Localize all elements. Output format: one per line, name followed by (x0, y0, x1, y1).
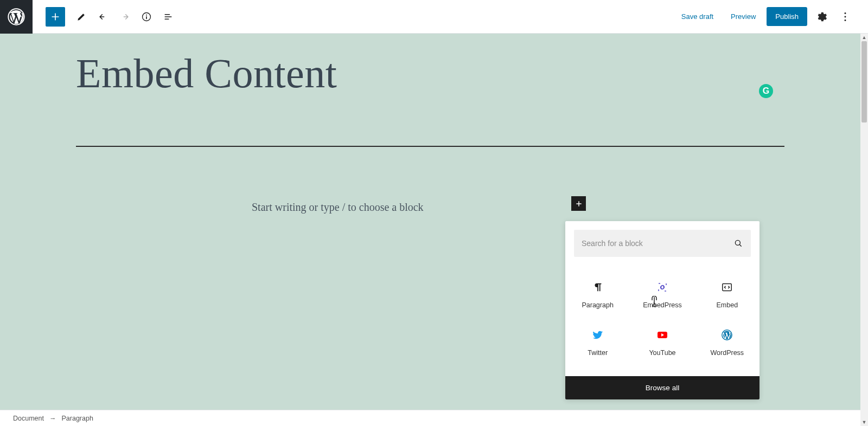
post-title[interactable]: Embed Content (76, 50, 784, 97)
svg-point-2 (146, 14, 147, 15)
scroll-up-arrow[interactable]: ▲ (860, 34, 868, 41)
redo-button[interactable] (115, 7, 135, 27)
undo-button[interactable] (93, 7, 113, 27)
twitter-icon (591, 328, 604, 341)
block-twitter[interactable]: Twitter (565, 319, 630, 366)
wordpress-logo-icon (8, 8, 25, 25)
block-label: Embed (717, 301, 738, 309)
edit-mode-button[interactable] (72, 7, 91, 27)
list-icon (163, 11, 174, 22)
block-label: Paragraph (582, 301, 613, 309)
title-separator (76, 146, 784, 147)
settings-button[interactable] (812, 7, 831, 27)
block-label: WordPress (711, 349, 744, 357)
preview-link[interactable]: Preview (724, 8, 762, 25)
plus-icon (575, 199, 583, 208)
editor-top-bar: Save draft Preview Publish (0, 0, 868, 34)
undo-icon (98, 11, 108, 22)
block-youtube[interactable]: YouTube (630, 319, 694, 366)
breadcrumb-current[interactable]: Paragraph (61, 415, 93, 422)
vertical-scrollbar[interactable]: ▲ ▼ (860, 34, 868, 426)
search-icon (733, 238, 743, 248)
svg-point-4 (845, 12, 846, 14)
block-search[interactable] (574, 230, 751, 257)
block-label: Twitter (588, 349, 608, 357)
info-icon (141, 11, 152, 22)
more-vertical-icon (839, 11, 851, 23)
embed-icon (720, 281, 733, 294)
block-embedpress[interactable]: EmbedPress (630, 271, 694, 319)
breadcrumb-root[interactable]: Document (13, 415, 44, 422)
block-inserter-popover: Paragraph EmbedPress Embed Twitter YouTu… (565, 221, 760, 399)
breadcrumb-separator: → (49, 415, 56, 422)
scroll-down-arrow[interactable]: ▼ (860, 418, 868, 426)
block-grid: Paragraph EmbedPress Embed Twitter YouTu… (565, 266, 760, 376)
pencil-icon (76, 11, 87, 22)
grammarly-badge[interactable]: G (759, 84, 773, 98)
wordpress-icon (720, 328, 733, 341)
block-search-input[interactable] (582, 239, 733, 248)
block-placeholder[interactable]: Start writing or type / to choose a bloc… (252, 201, 424, 214)
block-label: YouTube (649, 349, 675, 357)
inline-add-block-button[interactable] (571, 196, 586, 211)
block-embed[interactable]: Embed (695, 271, 760, 319)
save-draft-link[interactable]: Save draft (675, 8, 720, 25)
info-button[interactable] (137, 7, 156, 27)
block-paragraph[interactable]: Paragraph (565, 271, 630, 319)
svg-rect-3 (146, 16, 147, 19)
svg-point-5 (845, 16, 846, 17)
gear-icon (815, 11, 827, 23)
editor-breadcrumb: Document → Paragraph (0, 410, 860, 426)
svg-rect-8 (723, 284, 732, 291)
block-wordpress[interactable]: WordPress (695, 319, 760, 366)
youtube-icon (656, 328, 669, 341)
publish-button[interactable]: Publish (767, 7, 807, 26)
add-block-button[interactable] (46, 7, 65, 27)
redo-icon (119, 11, 130, 22)
outline-button[interactable] (158, 7, 178, 27)
scroll-thumb[interactable] (861, 41, 867, 122)
embedpress-icon (656, 281, 669, 294)
browse-all-button[interactable]: Browse all (565, 376, 760, 399)
wp-logo[interactable] (0, 0, 33, 34)
block-label: EmbedPress (643, 301, 682, 309)
paragraph-icon (591, 281, 604, 294)
more-options-button[interactable] (835, 7, 855, 27)
svg-point-6 (845, 19, 846, 21)
plus-icon (50, 11, 61, 22)
